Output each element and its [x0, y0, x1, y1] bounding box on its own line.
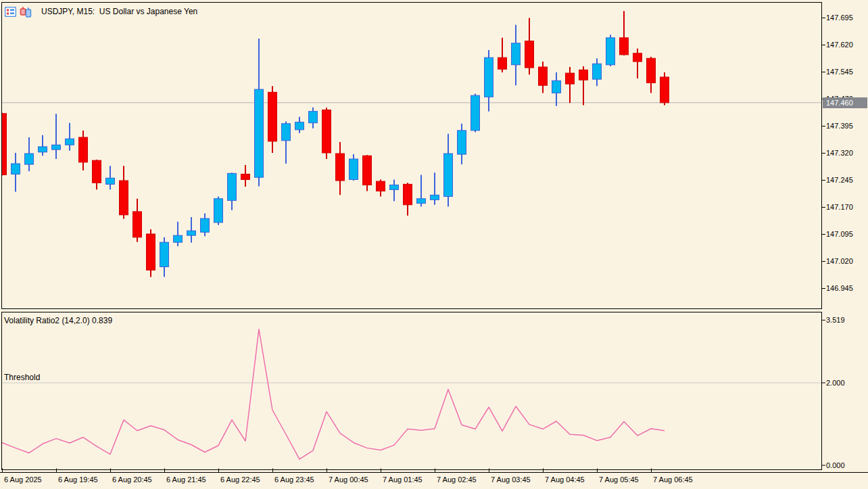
candle-body: [552, 80, 561, 93]
candle-body: [160, 242, 169, 266]
threshold-label: Threshold: [4, 373, 40, 382]
candle-body: [147, 234, 155, 270]
candle-body: [471, 95, 480, 131]
candle-body: [620, 38, 629, 55]
candle-body: [431, 195, 439, 200]
indicator-label: Volatility Ratio2 (14,2.0) 0.839: [4, 316, 112, 325]
candle-body: [606, 38, 615, 65]
candle-body: [660, 77, 669, 103]
candle-body: [579, 70, 588, 80]
candle-body: [39, 147, 47, 152]
candle-body: [525, 41, 534, 68]
candles-chart-icon[interactable]: [20, 7, 31, 17]
candle-body: [66, 139, 74, 145]
candle-body: [417, 199, 426, 204]
current-price-badge: 147.460: [823, 97, 867, 108]
candle-body: [295, 122, 304, 130]
candle-body: [0, 114, 7, 175]
chart-canvas[interactable]: [0, 0, 868, 489]
candle-body: [214, 199, 223, 223]
candle-body: [322, 110, 331, 153]
candle-body: [282, 124, 291, 141]
candle-body: [93, 160, 101, 183]
candle-body: [593, 64, 602, 79]
candle-body: [390, 185, 399, 189]
quotes-list-icon[interactable]: [5, 7, 16, 17]
chart-title-row: USDJPY, M15: US Dollar vs Japanese Yen: [5, 5, 197, 18]
candles-group: [0, 11, 669, 277]
candle-body: [52, 145, 61, 149]
candle-body: [25, 154, 34, 164]
candle-body: [539, 67, 548, 85]
indicator-name: Volatility Ratio2 (14,2.0): [4, 316, 90, 325]
candle-body: [485, 57, 493, 97]
main-chart-panel[interactable]: [2, 3, 822, 309]
candle-body: [377, 181, 385, 191]
candle-body: [201, 218, 210, 232]
candle-body: [309, 112, 318, 123]
candle-body: [187, 231, 196, 235]
candle-body: [633, 53, 642, 62]
candle-body: [133, 212, 142, 237]
volatility-ratio-line: [2, 329, 665, 459]
candle-body: [228, 173, 237, 200]
candle-body: [11, 164, 20, 174]
candle-body: [444, 154, 453, 196]
candle-body: [647, 58, 656, 83]
indicator-value: 0.839: [90, 316, 112, 325]
candle-body: [336, 154, 345, 181]
candle-body: [404, 184, 412, 204]
indicator-panel[interactable]: [2, 312, 822, 470]
candle-body: [174, 235, 183, 242]
terminal-window: { "window": { "title": "USDJPY, M15: US …: [0, 0, 868, 489]
candle-body: [120, 181, 128, 215]
candle-body: [566, 73, 575, 84]
candle-body: [268, 92, 277, 141]
candle-body: [349, 159, 358, 179]
candle-body: [363, 156, 372, 185]
candle-body: [498, 57, 507, 69]
chart-title: USDJPY, M15: US Dollar vs Japanese Yen: [41, 7, 197, 16]
candle-body: [79, 137, 88, 162]
candle-body: [255, 89, 264, 177]
candle-body: [106, 178, 115, 184]
candle-body: [512, 43, 521, 65]
candle-body: [241, 174, 250, 179]
candle-body: [458, 131, 466, 154]
